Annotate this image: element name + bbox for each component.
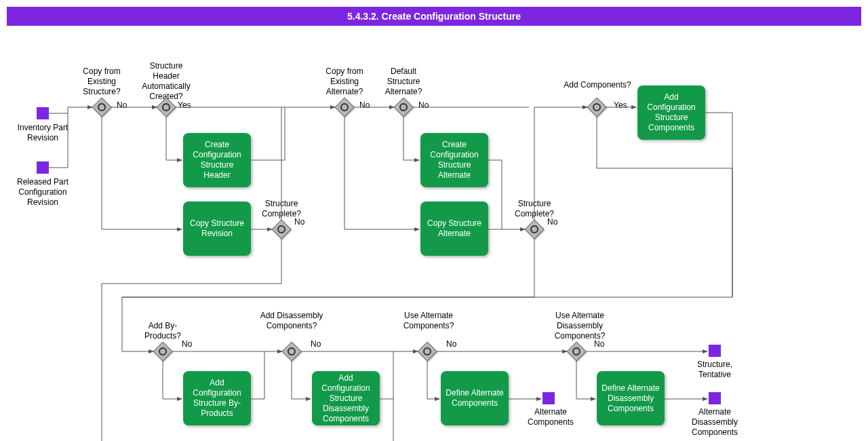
task-create-header[interactable]: Create Configuration Structure Header (183, 133, 251, 187)
gateway-label-g11: Use Alternate Disassembly Components? (542, 311, 617, 341)
gateway-g7 (587, 98, 606, 117)
flow-no-g3: No (294, 217, 304, 227)
end-event-structure (709, 345, 721, 357)
task-define-alternate[interactable]: Define Alternate Components (441, 371, 509, 425)
gateway-label-g10: Use Alternate Components? (395, 311, 462, 331)
task-define-alt-disassembly[interactable]: Define Alternate Disassembly Components (597, 371, 665, 425)
flow-yes-g7: Yes (614, 100, 627, 110)
end-event-alt-disassembly (709, 392, 721, 404)
end-label-structure: Structure, Tentative (686, 360, 743, 380)
task-copy-structure-revision[interactable]: Copy Structure Revision (183, 202, 251, 256)
gateway-g9 (282, 342, 301, 361)
gateway-g4 (335, 98, 354, 117)
gateway-g3 (272, 220, 291, 239)
gateway-label-g3: Structure Complete? (254, 199, 309, 219)
gateway-label-g6: Structure Complete? (507, 199, 561, 219)
end-label-alternate: Alternate Components (522, 407, 579, 427)
flow-no-g9: No (311, 339, 321, 349)
end-label-alt-disassembly: Alternate Disassembly Components (679, 407, 750, 438)
flow-no-g11: No (594, 339, 604, 349)
gateway-label-g5: Default Structure Alternate? (376, 66, 431, 97)
gateway-label-g9: Add Disassembly Components? (258, 311, 326, 331)
gateway-label-g4: Copy from Existing Alternate? (317, 66, 372, 97)
flow-no-g6: No (547, 217, 557, 227)
start-label-released: Released Part Configuration Revision (7, 177, 79, 208)
gateway-g11 (567, 342, 586, 361)
gateway-label-g1: Copy from Existing Structure? (75, 66, 129, 97)
gateway-g10 (418, 342, 437, 361)
diagram-canvas: Inventory Part Revision Released Part Co… (0, 26, 868, 441)
flow-no-g8: No (182, 339, 192, 349)
flow-yes-g2: Yes (178, 100, 191, 110)
task-copy-structure-alternate[interactable]: Copy Structure Alternate (420, 202, 488, 256)
page-title: 5.4.3.2. Create Configuration Structure (7, 7, 861, 26)
gateway-label-g8: Add By-Products? (136, 321, 190, 341)
end-event-alternate (542, 392, 555, 404)
gateway-label-g7: Add Components? (564, 80, 631, 90)
task-add-byproducts[interactable]: Add Configuration Structure By-Products (183, 371, 251, 425)
start-label-inventory: Inventory Part Revision (12, 123, 73, 143)
start-event-released (37, 161, 49, 174)
gateway-label-g2: Structure Header Automatically Created? (139, 61, 193, 102)
task-create-alternate[interactable]: Create Configuration Structure Alternate (420, 133, 488, 187)
gateway-g6 (525, 220, 544, 239)
flow-no-g1: No (117, 100, 127, 110)
start-event-inventory (37, 107, 49, 119)
task-add-disassembly[interactable]: Add Configuration Structure Disassembly … (312, 371, 380, 425)
flow-no-g5: No (418, 100, 429, 110)
gateway-g5 (394, 98, 413, 117)
flow-no-g10: No (446, 339, 456, 349)
gateway-g1 (92, 98, 111, 117)
flow-no-g4: No (359, 100, 370, 110)
gateway-g8 (153, 342, 172, 361)
task-add-components[interactable]: Add Configuration Structure Components (637, 85, 705, 140)
